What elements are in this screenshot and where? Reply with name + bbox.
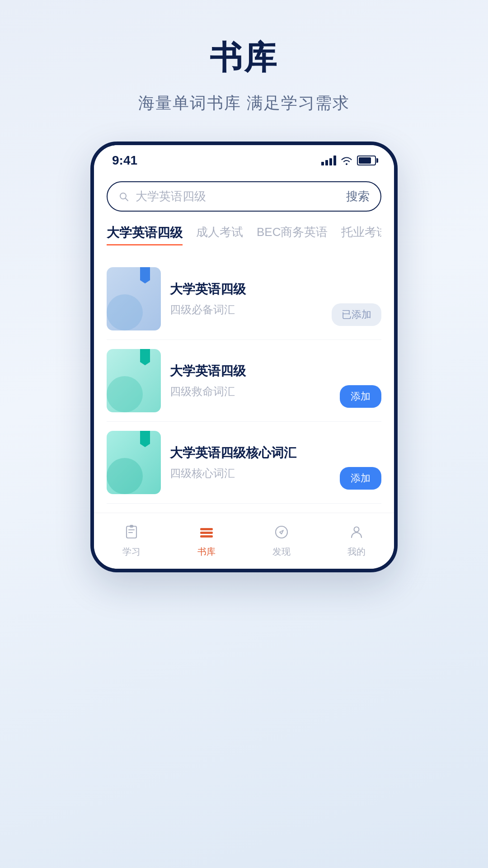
search-bar[interactable]: 大学英语四级 搜索 — [107, 181, 381, 212]
nav-item-library[interactable]: 书库 — [184, 522, 229, 558]
book-desc-3: 四级核心词汇 — [170, 466, 331, 481]
book-bookmark-1 — [140, 267, 150, 283]
book-item-1: 大学英语四级 四级必备词汇 已添加 — [107, 258, 381, 340]
page-subtitle: 海量单词书库 满足学习需求 — [138, 92, 350, 114]
book-action-wrap-3: 添加 — [340, 467, 381, 494]
book-cover-2 — [107, 349, 161, 412]
book-decoration-2 — [107, 376, 143, 412]
book-title-3: 大学英语四级核心词汇 — [170, 444, 331, 462]
nav-item-mine[interactable]: 我的 — [334, 522, 379, 558]
book-info-1: 大学英语四级 四级必备词汇 — [170, 281, 323, 317]
search-icon — [118, 191, 129, 202]
tab-adult[interactable]: 成人考试 — [196, 224, 243, 245]
book-bookmark-2 — [140, 349, 150, 365]
battery-icon — [357, 156, 376, 165]
svg-rect-3 — [200, 528, 213, 530]
nav-item-discover[interactable]: 发现 — [259, 522, 304, 558]
status-time: 9:41 — [112, 153, 137, 168]
page-title: 书库 — [210, 36, 278, 80]
book-info-3: 大学英语四级核心词汇 四级核心词汇 — [170, 444, 331, 481]
category-tabs: 大学英语四级 成人考试 BEC商务英语 托业考试4 — [107, 224, 381, 247]
tab-toeic[interactable]: 托业考试4 — [341, 224, 381, 245]
discover-icon — [272, 522, 291, 542]
phone-frame: 9:41 — [90, 142, 398, 572]
nav-label-mine: 我的 — [347, 546, 366, 558]
tab-cet4[interactable]: 大学英语四级 — [107, 224, 183, 245]
book-item-2: 大学英语四级 四级救命词汇 添加 — [107, 340, 381, 422]
phone-content: 大学英语四级 搜索 大学英语四级 成人考试 BEC商务英语 托业考试4 大学英语… — [94, 181, 394, 513]
book-action-wrap-2: 添加 — [340, 385, 381, 412]
nav-label-discover: 发现 — [272, 546, 291, 558]
book-cover-3 — [107, 431, 161, 494]
btn-added-1[interactable]: 已添加 — [332, 303, 381, 326]
btn-add-3[interactable]: 添加 — [340, 467, 381, 490]
nav-label-library: 书库 — [197, 546, 216, 558]
book-desc-2: 四级救命词汇 — [170, 384, 331, 399]
book-decoration-3 — [107, 458, 143, 494]
book-list: 大学英语四级 四级必备词汇 已添加 大学英语四级 四级救命词汇 添加 — [107, 258, 381, 513]
book-action-wrap-1: 已添加 — [332, 303, 381, 330]
book-title-1: 大学英语四级 — [170, 281, 323, 298]
svg-point-7 — [354, 527, 359, 532]
btn-add-2[interactable]: 添加 — [340, 385, 381, 408]
svg-rect-4 — [200, 532, 213, 534]
nav-label-study: 学习 — [122, 546, 141, 558]
tab-bec[interactable]: BEC商务英语 — [257, 224, 328, 245]
book-item-3: 大学英语四级核心词汇 四级核心词汇 添加 — [107, 422, 381, 504]
search-input[interactable]: 大学英语四级 — [136, 189, 340, 204]
search-button[interactable]: 搜索 — [346, 189, 370, 204]
status-icons — [321, 156, 376, 165]
book-bookmark-3 — [140, 431, 150, 447]
bottom-nav: 学习 书库 发现 — [94, 513, 394, 569]
status-bar: 9:41 — [94, 145, 394, 172]
svg-rect-5 — [200, 535, 213, 538]
svg-point-6 — [276, 526, 287, 538]
book-cover-1 — [107, 267, 161, 330]
library-icon — [197, 522, 216, 542]
book-title-2: 大学英语四级 — [170, 363, 331, 380]
mine-icon — [347, 522, 366, 542]
book-desc-1: 四级必备词汇 — [170, 302, 323, 317]
signal-icon — [321, 156, 336, 165]
nav-item-study[interactable]: 学习 — [109, 522, 154, 558]
book-info-2: 大学英语四级 四级救命词汇 — [170, 363, 331, 399]
study-icon — [122, 522, 141, 542]
wifi-icon — [341, 156, 352, 165]
book-decoration-1 — [107, 294, 143, 330]
